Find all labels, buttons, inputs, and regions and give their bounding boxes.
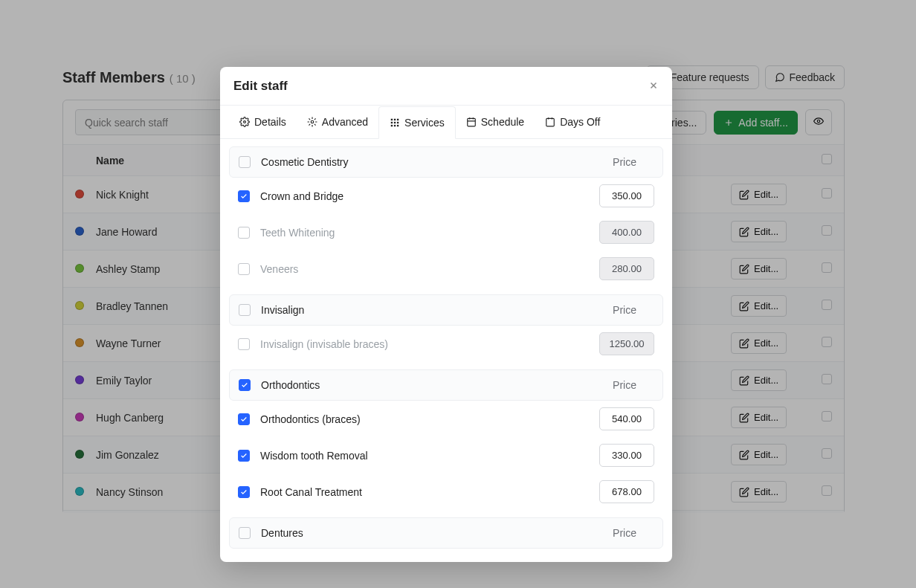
- calendar-blank-icon: [545, 117, 555, 127]
- service-price-input[interactable]: [599, 444, 654, 467]
- grid-icon: [390, 117, 400, 128]
- svg-rect-3: [391, 119, 393, 120]
- sliders-icon: [307, 117, 317, 127]
- service-price-input[interactable]: [599, 407, 654, 430]
- service-label: Wisdom tooth Removal: [260, 450, 416, 462]
- calendar-icon: [466, 117, 477, 127]
- close-button[interactable]: [648, 77, 659, 94]
- group-checkbox[interactable]: [239, 156, 251, 168]
- svg-rect-6: [391, 122, 393, 123]
- price-header: Price: [596, 527, 654, 539]
- service-group-header: Cosmetic Dentistry Price: [229, 146, 663, 178]
- service-checkbox[interactable]: [238, 486, 250, 498]
- price-header: Price: [596, 304, 654, 316]
- group-checkbox[interactable]: [239, 379, 251, 391]
- svg-rect-4: [394, 119, 396, 120]
- service-price-input[interactable]: [599, 480, 654, 503]
- service-label: Teeth Whitening: [260, 227, 416, 239]
- group-checkbox[interactable]: [239, 527, 251, 539]
- svg-point-1: [244, 121, 246, 123]
- edit-staff-modal: Edit staff Details Advanced Services Sch…: [220, 67, 672, 562]
- service-label: Orthodontics (braces): [260, 413, 416, 425]
- group-label: Dentures: [261, 527, 303, 539]
- service-row: Teeth Whitening: [229, 214, 663, 251]
- service-checkbox[interactable]: [238, 338, 250, 350]
- group-label: Cosmetic Dentistry: [261, 156, 348, 168]
- service-group-header: Dentures Price: [229, 517, 663, 549]
- service-group-header: Invisalign Price: [229, 294, 663, 326]
- service-price-input: [599, 332, 654, 355]
- svg-rect-13: [546, 118, 555, 126]
- svg-rect-11: [397, 125, 399, 126]
- svg-rect-8: [397, 122, 399, 123]
- service-group-header: Orthodontics Price: [229, 369, 663, 401]
- price-header: Price: [596, 379, 654, 391]
- service-checkbox[interactable]: [238, 413, 250, 425]
- tab-advanced[interactable]: Advanced: [297, 106, 378, 138]
- group-label: Invisalign: [261, 304, 304, 316]
- service-label: Veneers: [260, 263, 416, 275]
- svg-rect-9: [391, 125, 393, 126]
- service-checkbox[interactable]: [238, 227, 250, 239]
- service-row: Orthodontics (braces): [229, 401, 663, 437]
- service-label: Crown and Bridge: [260, 190, 416, 202]
- modal-tabs: Details Advanced Services Schedule Days …: [220, 106, 672, 139]
- tab-days-off[interactable]: Days Off: [535, 106, 610, 138]
- tab-schedule[interactable]: Schedule: [456, 106, 535, 138]
- group-label: Orthodontics: [261, 379, 320, 391]
- svg-rect-10: [394, 125, 396, 126]
- service-price-input[interactable]: [599, 184, 654, 207]
- svg-point-2: [311, 120, 314, 123]
- svg-rect-12: [468, 118, 476, 126]
- service-row: Veneers: [229, 251, 663, 287]
- tab-services[interactable]: Services: [378, 106, 456, 139]
- service-checkbox[interactable]: [238, 263, 250, 275]
- service-label: Root Canal Treatment: [260, 486, 416, 498]
- price-header: Price: [596, 156, 654, 168]
- svg-rect-5: [397, 119, 399, 120]
- group-checkbox[interactable]: [239, 304, 251, 316]
- service-row: Root Canal Treatment: [229, 474, 663, 510]
- service-row: Wisdom tooth Removal: [229, 437, 663, 474]
- service-price-input: [599, 257, 654, 280]
- service-label: Invisalign (invisable braces): [260, 338, 416, 350]
- service-checkbox[interactable]: [238, 450, 250, 462]
- service-row: Crown and Bridge: [229, 178, 663, 214]
- service-price-input: [599, 221, 654, 244]
- gear-icon: [239, 117, 250, 127]
- svg-rect-7: [394, 122, 396, 123]
- service-row: Invisalign (invisable braces): [229, 326, 663, 362]
- close-icon: [648, 80, 659, 91]
- tab-details[interactable]: Details: [229, 106, 297, 138]
- service-checkbox[interactable]: [238, 190, 250, 202]
- modal-title: Edit staff: [233, 79, 288, 94]
